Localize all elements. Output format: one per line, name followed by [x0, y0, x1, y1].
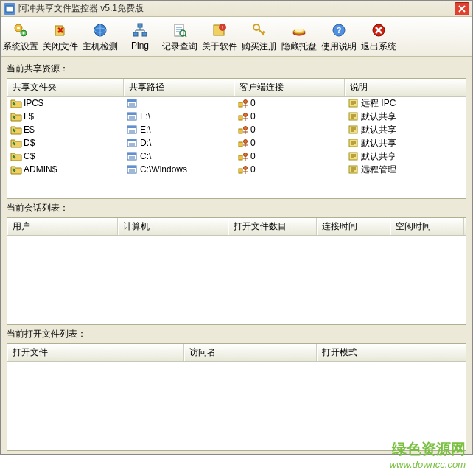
toolbar-label: 隐藏托盘: [279, 41, 319, 53]
column-header[interactable]: 访问者: [184, 344, 317, 361]
column-header[interactable]: 共享文件夹: [7, 79, 124, 96]
toolbar-label: 主机检测: [80, 41, 120, 53]
toolbar-btn-2[interactable]: 主机检测: [80, 20, 120, 56]
cell-desc: 远程 IPC: [361, 97, 396, 110]
cell-path: D:\: [140, 138, 151, 148]
svg-point-5: [23, 32, 25, 35]
table-row[interactable]: F$F:\0默认共享: [7, 110, 466, 123]
key-icon: [239, 21, 279, 39]
folder-icon: [10, 164, 22, 175]
column-header[interactable]: 打开模式: [317, 344, 449, 361]
svg-point-16: [253, 24, 259, 30]
toolbar-btn-1[interactable]: 关闭文件: [41, 20, 80, 56]
svg-point-31: [244, 113, 248, 117]
column-header[interactable]: 共享路径: [124, 79, 234, 96]
table-row[interactable]: E$E:\0默认共享: [7, 123, 466, 136]
toolbar-btn-9[interactable]: 退出系统: [359, 20, 399, 56]
svg-point-3: [17, 27, 20, 29]
toolbar-btn-0[interactable]: 系统设置: [1, 20, 41, 56]
cell-folder: D$: [24, 138, 35, 148]
svg-point-26: [244, 100, 248, 104]
column-header[interactable]: 计算机: [118, 218, 228, 235]
toolbar-btn-8[interactable]: ?使用说明: [319, 20, 359, 56]
svg-rect-35: [239, 129, 242, 133]
sessions-panel: 用户计算机打开文件数目连接时间空闲时间: [7, 217, 466, 325]
toolbar-btn-3[interactable]: Ping: [120, 20, 160, 56]
folder-icon: [10, 98, 22, 108]
close-button[interactable]: [455, 2, 469, 15]
about-icon: !: [200, 21, 239, 39]
cell-desc: 默认共享: [361, 150, 396, 163]
cell-path: C:\Windows: [140, 164, 187, 175]
toolbar-label: 系统设置: [1, 41, 41, 53]
svg-rect-34: [127, 126, 136, 128]
svg-point-41: [244, 140, 248, 144]
toolbar-btn-7[interactable]: 隐藏托盘: [279, 20, 319, 56]
note-icon: [348, 125, 360, 135]
column-header[interactable]: 打开文件: [7, 344, 184, 361]
note-icon: [348, 98, 360, 108]
column-header[interactable]: 说明: [345, 79, 455, 96]
log-icon: [160, 21, 200, 39]
svg-rect-44: [127, 153, 136, 155]
column-header[interactable]: 客户端连接: [234, 79, 345, 96]
folder-icon: [10, 111, 22, 122]
toolbar-label: 退出系统: [359, 41, 399, 53]
svg-point-19: [295, 29, 304, 32]
titlebar: 阿冲共享文件监控器 v5.1免费版: [1, 1, 472, 17]
connection-icon: [237, 138, 249, 148]
table-row[interactable]: C$C:\0默认共享: [7, 150, 466, 163]
network-icon: [120, 21, 160, 39]
svg-text:!: !: [222, 25, 223, 30]
column-header[interactable]: 打开文件数目: [228, 218, 317, 235]
section3-label: 当前打开文件列表：: [7, 328, 466, 340]
shared-resources-panel: 共享文件夹共享路径客户端连接说明 IPC$0远程 IPCF$F:\0默认共享E$…: [7, 78, 466, 199]
cell-conn: 0: [250, 151, 256, 161]
note-icon: [348, 138, 360, 148]
svg-text:?: ?: [337, 26, 342, 35]
gears-icon: [1, 21, 41, 39]
window-title: 阿冲共享文件监控器 v5.1免费版: [18, 2, 455, 15]
path-icon: [127, 138, 139, 148]
column-header[interactable]: 用户: [7, 218, 118, 235]
table-row[interactable]: IPC$0远程 IPC: [7, 97, 466, 110]
toolbar-btn-4[interactable]: 记录查询: [160, 20, 200, 56]
column-header[interactable]: 连接时间: [317, 218, 390, 235]
table-row[interactable]: ADMIN$C:\Windows0远程管理: [7, 163, 466, 176]
toolbar-label: 记录查询: [160, 41, 200, 53]
column-header[interactable]: 空闲时间: [390, 218, 464, 235]
connection-icon: [237, 151, 249, 161]
folder-icon: [10, 151, 22, 161]
svg-point-51: [244, 167, 248, 170]
toolbar-label: 关闭文件: [41, 41, 80, 53]
help-icon: ?: [319, 21, 359, 39]
svg-rect-40: [239, 142, 242, 147]
path-icon: [127, 98, 139, 108]
open-files-panel: 打开文件访问者打开模式: [7, 343, 466, 451]
note-icon: [348, 164, 360, 175]
cell-conn: 0: [250, 98, 256, 108]
connection-icon: [237, 98, 249, 108]
note-icon: [348, 111, 360, 122]
section2-label: 当前会话列表：: [7, 202, 466, 214]
cell-path: F:\: [140, 111, 150, 122]
cell-path: E:\: [140, 125, 151, 135]
cell-folder: F$: [24, 111, 34, 122]
path-icon: [127, 164, 139, 175]
cell-conn: 0: [250, 138, 256, 148]
app-icon: [4, 3, 15, 15]
toolbar-btn-5[interactable]: !关于软件: [200, 20, 239, 56]
svg-rect-24: [127, 99, 136, 102]
svg-rect-9: [133, 32, 138, 36]
svg-rect-29: [127, 113, 136, 115]
cell-conn: 0: [250, 111, 256, 122]
table-row[interactable]: D$D:\0默认共享: [7, 136, 466, 150]
section1-label: 当前共享资源：: [7, 63, 466, 75]
toolbar: 系统设置关闭文件主机检测Ping记录查询!关于软件购买注册隐藏托盘?使用说明退出…: [1, 17, 472, 57]
toolbar-label: Ping: [120, 41, 160, 51]
toolbar-btn-6[interactable]: 购买注册: [239, 20, 279, 56]
cell-desc: 默认共享: [361, 111, 396, 123]
cell-path: C:\: [140, 151, 151, 161]
svg-rect-39: [127, 139, 136, 141]
svg-rect-25: [239, 102, 242, 107]
